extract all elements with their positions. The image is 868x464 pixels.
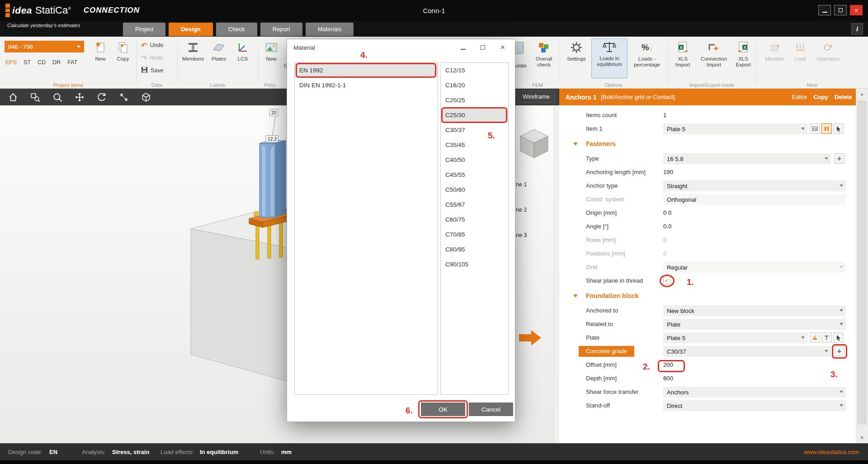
scroll-down-icon[interactable]: ▼ [856, 432, 868, 443]
list-item-grade[interactable]: C35/45 [441, 137, 508, 152]
fit-view-icon[interactable] [119, 92, 129, 102]
dialog-close-button[interactable]: × [497, 42, 509, 53]
code-st[interactable]: ST [24, 59, 31, 66]
dialog-maximize-button[interactable] [477, 42, 489, 53]
code-fat[interactable]: FAT [67, 59, 77, 66]
new-operation-button[interactable]: Operation [814, 39, 843, 62]
list-item-grade[interactable]: C90/105 [441, 257, 508, 272]
anchor-type-size-dropdown[interactable]: 16 5.8 [663, 153, 831, 164]
depth-input[interactable]: 600 [663, 373, 673, 384]
list-item-grade[interactable]: C50/60 [441, 182, 508, 197]
pointer-select-button[interactable] [833, 332, 844, 343]
overall-check-button[interactable]: Overall check [530, 39, 558, 68]
anchor-position-button[interactable] [810, 332, 820, 343]
list-item-grade[interactable]: C40/50 [441, 152, 508, 167]
new-load-button[interactable]: Load [790, 39, 810, 62]
coord-system-dropdown[interactable]: Orthogonal [663, 194, 846, 205]
zoom-window-icon[interactable] [30, 92, 40, 102]
list-item-grade[interactable]: C20/25 [441, 93, 508, 108]
info-button[interactable]: i [851, 23, 863, 35]
anchor-type-dropdown[interactable]: Straight [663, 180, 846, 191]
plates-labels-button[interactable]: Plates [207, 39, 231, 62]
pan-icon[interactable] [75, 92, 85, 102]
items-count-value[interactable]: 1 [663, 110, 666, 121]
editor-link[interactable]: Editor [792, 94, 807, 100]
tab-project[interactable]: Project [123, 23, 165, 36]
panel-scrollbar[interactable]: ▲ ▼ [856, 89, 868, 443]
project-item-dropdown[interactable]: 846 - 796 [5, 41, 84, 52]
tab-materials[interactable]: Materials [306, 23, 354, 36]
loads-percentage-toggle[interactable]: %↓ Loads - percentage [629, 39, 665, 68]
stand-off-dropdown[interactable]: Direct [663, 400, 846, 411]
new-member-button[interactable]: Member [762, 39, 787, 62]
list-item-grade[interactable]: C12/15 [441, 63, 508, 78]
stand-off-mode-button[interactable] [821, 332, 832, 343]
positions-input[interactable]: 0 [663, 248, 666, 259]
copy-link[interactable]: Copy [813, 94, 828, 100]
xls-import-button[interactable]: X XLS Import [670, 39, 695, 68]
dialog-titlebar[interactable]: Material × [287, 39, 515, 56]
wireframe-toggle[interactable]: Wireframe [517, 90, 556, 103]
xls-export-button[interactable]: X XLS Export [732, 39, 755, 68]
collapse-triangle-icon[interactable] [573, 294, 578, 298]
settings-button[interactable]: Settings [563, 39, 590, 62]
item1-dropdown[interactable]: Plate 5 [663, 123, 807, 134]
list-item-grade[interactable]: C25/30 [441, 108, 508, 123]
list-item-grade[interactable]: C70/85 [441, 227, 508, 242]
ok-button[interactable]: OK [421, 402, 465, 416]
loads-in-equilibrium-toggle[interactable]: Loads in equilibrium [591, 38, 627, 78]
collapse-triangle-icon[interactable] [573, 142, 578, 146]
list-item-grade[interactable]: C30/37 [441, 123, 508, 137]
shear-force-transfer-dropdown[interactable]: Anchors [663, 387, 846, 398]
lcs-labels-button[interactable]: LCS [232, 39, 253, 62]
zoom-icon[interactable] [52, 92, 62, 102]
related-to-dropdown[interactable]: Plate [663, 319, 846, 330]
members-labels-button[interactable]: Members [180, 39, 206, 62]
navigation-cube[interactable] [520, 129, 548, 158]
delete-link[interactable]: Delete [835, 94, 852, 100]
rows-input[interactable]: 0 [663, 235, 666, 246]
undo-button[interactable]: ↶ Undo [141, 40, 163, 50]
angle-input[interactable]: 0.0 [663, 221, 671, 232]
window-maximize-button[interactable] [834, 5, 847, 15]
grid-edit-button[interactable] [810, 123, 820, 134]
scroll-up-icon[interactable]: ▲ [856, 89, 868, 99]
origin-input[interactable]: 0 0 [663, 208, 671, 218]
pointer-select-button[interactable] [833, 123, 844, 134]
new-project-item-button[interactable]: New [90, 39, 111, 62]
code-dr[interactable]: DR [52, 59, 61, 66]
home-view-icon[interactable] [8, 92, 18, 102]
list-item-code[interactable]: EN 1992 [295, 63, 438, 78]
list-item-code[interactable]: DIN EN 1992-1-1 [295, 78, 438, 93]
concrete-grade-dropdown[interactable]: C30/37 [663, 346, 831, 357]
rotate-view-icon[interactable] [97, 92, 107, 102]
tab-report[interactable]: Report [260, 23, 302, 36]
scrollbar-thumb[interactable] [858, 101, 866, 424]
list-item-grade[interactable]: C80/95 [441, 242, 508, 257]
tab-design[interactable]: Design [169, 23, 212, 36]
copy-project-item-button[interactable]: Copy [112, 39, 134, 62]
window-close-button[interactable]: × [850, 5, 863, 15]
shear-plane-checkbox[interactable]: ✓ [663, 277, 671, 284]
add-concrete-grade-button[interactable]: + [834, 346, 844, 356]
new-picture-button[interactable]: New [260, 39, 282, 62]
calculate-button-partial[interactable]: ulate [515, 63, 527, 68]
cancel-button[interactable]: Cancel [469, 402, 513, 416]
viewport-scrollbar[interactable] [554, 105, 559, 443]
window-minimize-button[interactable] [818, 5, 831, 15]
add-bolt-assembly-button[interactable]: + [834, 153, 844, 164]
anchoring-length-input[interactable]: 190 [663, 167, 673, 178]
dialog-minimize-button[interactable] [457, 42, 469, 53]
plate-select-mode-button[interactable] [821, 123, 832, 134]
plate-dropdown[interactable]: Plate 5 [663, 332, 807, 343]
grid-dropdown[interactable]: Regular [663, 262, 846, 273]
code-cd[interactable]: CD [38, 59, 46, 66]
list-item-grade[interactable]: C60/75 [441, 212, 508, 227]
connection-import-button[interactable]: Connection Import [696, 39, 732, 68]
save-button[interactable]: Save [141, 66, 164, 76]
list-item-grade[interactable]: C45/55 [441, 167, 508, 182]
redo-button[interactable]: ↷ Redo [141, 53, 163, 63]
list-item-grade[interactable]: C16/20 [441, 78, 508, 93]
list-item-grade[interactable]: C55/67 [441, 197, 508, 212]
solid-view-cube-icon[interactable] [141, 92, 151, 102]
